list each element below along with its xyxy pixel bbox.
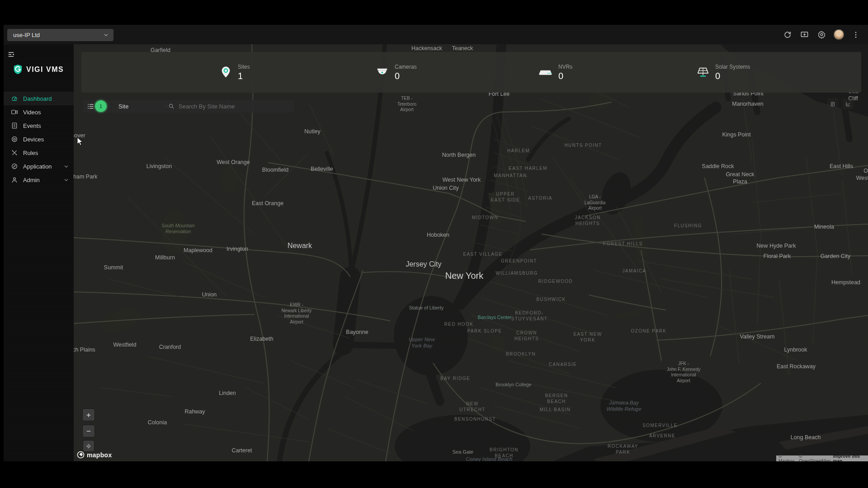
events-list-icon [10,122,18,129]
sidebar-item-application[interactable]: Application [4,160,74,173]
map-label: OZONE PARK [631,328,667,334]
map-label: FOREST HILLS [603,241,643,247]
map-label: Great Neck Plaza [726,171,754,185]
map-label: New York [445,270,484,282]
map-label: Long Beach [791,434,821,441]
screen-cast-icon[interactable] [799,29,810,40]
map-label: Brooklyn College [495,382,531,388]
map-label: ARVERNE [649,433,675,439]
video-camera-icon [10,108,18,116]
analytics-chart-icon[interactable] [843,99,854,109]
stat-nvrs: NVRs0 [538,64,572,81]
filter-type-value: Site [118,103,163,110]
map-label: East Rockaway [777,363,816,371]
map-label: Colonia [148,419,167,427]
map-label: EAST NEW YORK [573,332,602,343]
sidebar-item-admin[interactable]: Admin [4,173,74,187]
map-label: Jamaica Bay Wildlife Refuge [606,399,641,413]
improve-map-link[interactable]: Improve this map [833,454,866,462]
map-label: ASTORIA [528,196,552,202]
topbar-actions [783,25,861,44]
collapse-sidebar-icon[interactable] [6,50,16,61]
map-label: Summit [104,264,123,272]
sidebar-item-dashboard[interactable]: Dashboard [4,92,74,105]
map-label: RED HOOK [444,322,474,328]
map-label: UPPER EAST SIDE [491,192,520,203]
map-label: East Hills [830,163,853,170]
map-label: MANHATTAN [494,173,527,179]
geolocate-button[interactable] [83,441,94,451]
map-label: Bloomfield [262,167,288,174]
map-label: HARLEM [507,148,530,154]
map-label: Hoboken [427,232,449,239]
map-label: Garden City [821,253,851,260]
map-label: Elizabeth [250,336,273,343]
vigi-shield-logo-icon [13,64,23,75]
map-label: Manorhaven [732,101,764,108]
admin-user-icon [10,176,18,183]
mapbox-logo-text: mapbox [87,451,112,459]
organization-selector[interactable]: use-IP Ltd [7,29,113,41]
map-label: Lynbrook [784,347,807,354]
kebab-menu-icon[interactable] [851,30,861,40]
sidebar-item-rules[interactable]: Rules [4,146,74,160]
map-label: Rahway [184,408,205,416]
map-label: FLUSHING [674,223,702,229]
report-list-icon[interactable] [827,99,838,109]
map-label: Old Westbury [856,168,868,182]
map-label: Carteret [231,447,252,455]
map-label: EAST HARLEM [509,166,547,172]
map-label: South Mountain Reservation [161,223,195,235]
site-search [164,100,294,113]
map-label: Hempstead [831,279,860,286]
stat-label: Sites [238,64,250,70]
map-label: BAY RIDGE [440,376,470,382]
map-label: Florham Park [74,174,98,181]
map-label: Union [202,291,217,299]
osm-attribution-link[interactable]: © OpenStreetMap [799,454,831,462]
mapbox-attribution-link[interactable]: © Mapbox [778,454,797,462]
sidebar-item-label: Rules [23,150,69,156]
map-label: EAST VILLAGE [463,252,502,258]
sidebar-item-videos[interactable]: Videos [4,105,74,119]
map-label: CANARSIE [549,362,577,368]
organization-selector-label: use-IP Ltd [13,32,103,38]
map-label: RIDGEWOOD [538,279,573,285]
map-label: Sea Gate [453,449,473,455]
site-list-icon[interactable] [86,102,95,111]
user-avatar[interactable] [834,29,844,40]
settings-gear-icon[interactable] [816,29,827,40]
refresh-icon[interactable] [783,30,793,40]
map-label: Millburn [155,254,175,262]
stat-label: Solar Systems [715,64,750,70]
sidebar-item-label: Dashboard [23,95,69,102]
sidebar-item-events[interactable]: Events [4,119,74,132]
sidebar-item-devices[interactable]: Devices [4,132,74,146]
sidebar-item-label: Events [23,122,69,129]
map-label: Valley Stream [740,333,775,341]
rules-icon [10,149,18,156]
mapbox-logo[interactable]: mapbox [77,451,112,459]
nvr-box-icon [538,67,553,78]
map-label: Irvington [226,246,248,253]
map-label: Upper New York Bay [409,336,435,349]
stat-solar-systems: Solar Systems0 [696,64,750,81]
site-cluster-marker[interactable]: 1 [95,100,107,112]
stat-value: 0 [558,71,572,81]
stat-cameras: Cameras0 [375,64,417,81]
map-label: BENSONHURST [454,417,496,422]
map-label: Scotch Plains [74,347,95,354]
map-label: WILLIAMSBURG [495,271,538,277]
chevron-down-icon [63,164,69,169]
map-label: MIDTOWN [472,215,499,221]
map-label: Hackensack [411,45,442,52]
zoom-in-button[interactable]: + [83,409,94,421]
search-input[interactable] [178,103,290,110]
map-label: Mineola [814,224,834,231]
zoom-out-button[interactable]: − [83,425,94,437]
site-pin-icon [219,66,232,79]
map-attribution: © Mapbox © OpenStreetMap Improve this ma… [776,455,868,461]
map-label: BRIGHTON BEACH [490,447,519,459]
map-label: SOMERVILLE [642,423,678,429]
brand: VIGI VMS [13,64,64,75]
